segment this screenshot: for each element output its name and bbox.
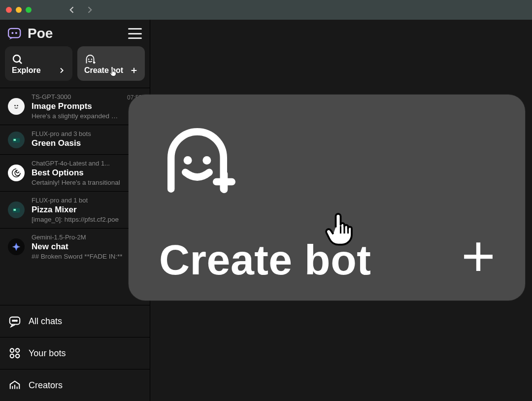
chat-meta: ChatGPT-4o-Latest and 1... bbox=[32, 160, 142, 167]
avatar bbox=[8, 201, 25, 218]
avatar bbox=[8, 98, 25, 115]
chat-title: New chat bbox=[32, 242, 142, 252]
svg-point-2 bbox=[15, 32, 17, 34]
search-icon bbox=[12, 54, 24, 66]
bot-smile-large-icon bbox=[159, 122, 235, 199]
chat-item[interactable]: FLUX-pro and 1 bot Pizza Mixer [image_0]… bbox=[0, 191, 150, 228]
nav-your-bots[interactable]: Your bots bbox=[0, 337, 150, 369]
explore-label: Explore bbox=[12, 66, 41, 75]
forward-button[interactable] bbox=[83, 3, 97, 17]
brand[interactable]: Poe bbox=[8, 26, 53, 41]
chat-title: Image Prompts bbox=[32, 101, 120, 111]
creators-icon bbox=[8, 378, 22, 392]
svg-point-5 bbox=[91, 59, 92, 60]
svg-point-17 bbox=[16, 349, 19, 352]
chat-meta: Gemini-1.5-Pro-2M bbox=[32, 234, 142, 241]
svg-point-3 bbox=[13, 55, 20, 62]
arrow-left-icon bbox=[67, 5, 77, 15]
chat-item[interactable]: FLUX-pro and 3 bots Green Oasis bbox=[0, 125, 150, 154]
chat-preview: [image_0]: https://pfst.cf2.poe bbox=[32, 216, 142, 223]
svg-point-19 bbox=[16, 354, 19, 358]
avatar bbox=[8, 165, 25, 181]
maximize-window[interactable] bbox=[26, 7, 32, 13]
grid-icon bbox=[8, 346, 22, 360]
chat-list: TS-GPT-3000 Image Prompts Here's a sligh… bbox=[0, 88, 150, 305]
svg-rect-9 bbox=[14, 139, 16, 141]
close-window[interactable] bbox=[6, 7, 12, 13]
svg-point-13 bbox=[12, 320, 13, 321]
chat-title: Best Options bbox=[32, 168, 142, 178]
bot-smile-icon bbox=[84, 54, 96, 66]
chat-item[interactable]: Gemini-1.5-Pro-2M New chat ## Broken Swo… bbox=[0, 228, 150, 265]
svg-rect-0 bbox=[8, 29, 20, 38]
explore-card[interactable]: Explore bbox=[5, 46, 72, 81]
nav-all-chats[interactable]: All chats bbox=[0, 305, 150, 337]
chevron-right-icon bbox=[58, 67, 66, 74]
chat-title: Green Oasis bbox=[32, 138, 142, 148]
svg-point-14 bbox=[14, 320, 15, 321]
main-content: Create bot bbox=[150, 20, 532, 401]
plus-large-icon bbox=[462, 240, 495, 279]
svg-point-18 bbox=[10, 354, 14, 358]
nav-label: Creators bbox=[29, 380, 63, 391]
chat-meta: FLUX-pro and 1 bot bbox=[32, 197, 142, 204]
svg-point-1 bbox=[11, 32, 13, 34]
minimize-window[interactable] bbox=[16, 7, 22, 13]
hand-cursor-icon bbox=[322, 209, 362, 248]
chat-meta: TS-GPT-3000 bbox=[32, 93, 120, 100]
create-bot-overlay[interactable]: Create bot bbox=[129, 95, 525, 301]
brand-name: Poe bbox=[28, 26, 53, 41]
svg-point-20 bbox=[184, 156, 192, 165]
svg-point-6 bbox=[15, 105, 16, 106]
brand-row: Poe bbox=[0, 20, 150, 46]
avatar bbox=[8, 132, 25, 148]
chat-preview: Here's a slightly expanded vers bbox=[32, 112, 120, 120]
window-controls bbox=[6, 7, 32, 13]
sidebar: Poe Explore bbox=[0, 20, 150, 401]
action-row: Explore Create bot bbox=[0, 46, 150, 88]
svg-point-16 bbox=[10, 349, 14, 352]
avatar bbox=[8, 238, 25, 255]
svg-point-15 bbox=[16, 320, 17, 321]
poe-logo-icon bbox=[8, 27, 23, 40]
titlebar bbox=[0, 0, 532, 20]
create-bot-label: Create bot bbox=[84, 66, 123, 75]
arrow-right-icon bbox=[85, 5, 95, 15]
chat-preview: Certainly! Here's a transitional bbox=[32, 179, 142, 186]
svg-point-4 bbox=[88, 59, 89, 60]
svg-point-7 bbox=[17, 105, 18, 106]
menu-button[interactable] bbox=[128, 28, 142, 39]
svg-point-21 bbox=[202, 156, 211, 165]
svg-rect-11 bbox=[14, 209, 16, 211]
chat-item[interactable]: TS-GPT-3000 Image Prompts Here's a sligh… bbox=[0, 88, 150, 125]
nav-label: Your bots bbox=[29, 348, 66, 359]
chat-meta: FLUX-pro and 3 bots bbox=[32, 130, 142, 137]
chat-bubble-icon bbox=[8, 314, 22, 328]
chat-preview: ## Broken Sword **FADE IN:** bbox=[32, 253, 142, 260]
nav-label: All chats bbox=[29, 316, 62, 327]
back-button[interactable] bbox=[65, 3, 79, 17]
create-bot-card[interactable]: Create bot bbox=[77, 46, 145, 81]
chat-item[interactable]: ChatGPT-4o-Latest and 1... Best Options … bbox=[0, 154, 150, 191]
nav-creators[interactable]: Creators bbox=[0, 369, 150, 401]
chat-title: Pizza Mixer bbox=[32, 205, 142, 215]
plus-icon bbox=[130, 67, 138, 74]
